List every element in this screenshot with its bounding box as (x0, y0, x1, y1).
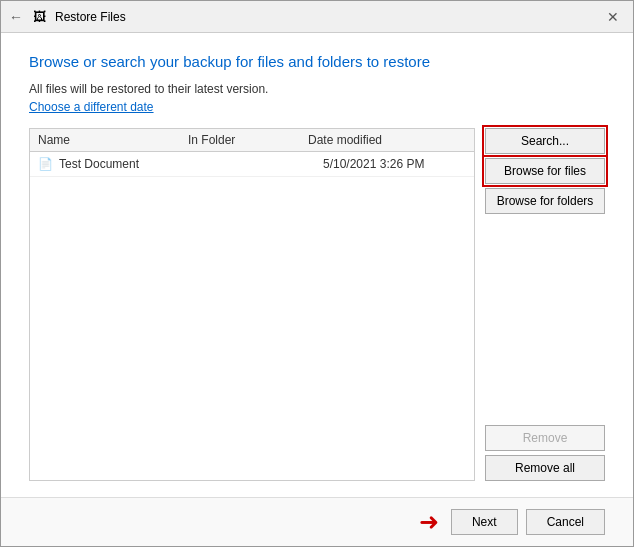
column-header-name: Name (38, 133, 188, 147)
footer: ➜ Next Cancel (1, 497, 633, 546)
title-bar-left: ← 🖼 Restore Files (9, 9, 126, 25)
file-list-container: Name In Folder Date modified 📄 Test Docu… (29, 128, 475, 481)
buttons-panel: Search... Browse for files Browse for fo… (485, 128, 605, 481)
file-icon: 📄 (38, 157, 53, 171)
back-button[interactable]: ← (9, 9, 23, 25)
info-text: All files will be restored to their late… (29, 82, 605, 96)
file-name: Test Document (59, 157, 203, 171)
file-list-body: 📄 Test Document 5/10/2021 3:26 PM (30, 152, 474, 480)
next-arrow-icon: ➜ (419, 508, 439, 536)
remove-all-button[interactable]: Remove all (485, 455, 605, 481)
column-header-date: Date modified (308, 133, 466, 147)
column-header-folder: In Folder (188, 133, 308, 147)
remove-button: Remove (485, 425, 605, 451)
window-title: Restore Files (55, 10, 126, 24)
close-button[interactable]: ✕ (601, 7, 625, 27)
choose-date-link[interactable]: Choose a different date (29, 100, 605, 114)
browse-files-button[interactable]: Browse for files (485, 158, 605, 184)
file-date: 5/10/2021 3:26 PM (323, 157, 466, 171)
title-bar: ← 🖼 Restore Files ✕ (1, 1, 633, 33)
browse-folders-button[interactable]: Browse for folders (485, 188, 605, 214)
window-icon: 🖼 (33, 9, 49, 25)
page-heading: Browse or search your backup for files a… (29, 53, 605, 70)
search-button[interactable]: Search... (485, 128, 605, 154)
content-area: Browse or search your backup for files a… (1, 33, 633, 497)
cancel-button[interactable]: Cancel (526, 509, 605, 535)
next-button[interactable]: Next (451, 509, 518, 535)
restore-files-window: ← 🖼 Restore Files ✕ Browse or search you… (0, 0, 634, 547)
main-area: Name In Folder Date modified 📄 Test Docu… (29, 128, 605, 481)
file-list-header: Name In Folder Date modified (30, 129, 474, 152)
table-row[interactable]: 📄 Test Document 5/10/2021 3:26 PM (30, 152, 474, 177)
